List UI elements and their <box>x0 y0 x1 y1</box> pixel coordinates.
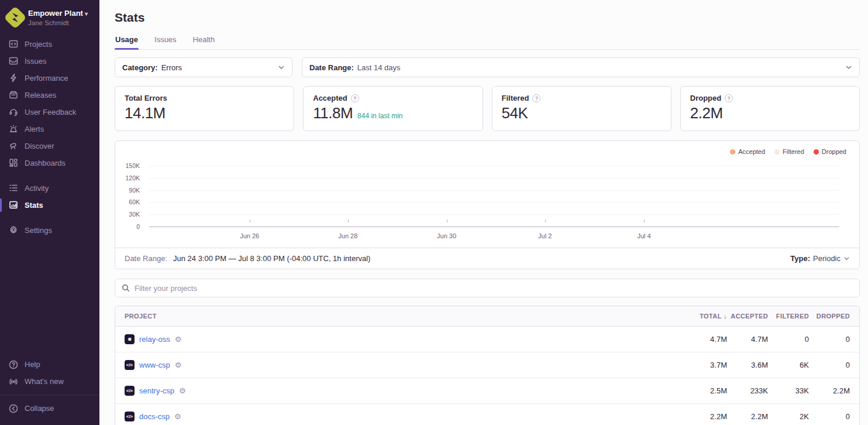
tab-issues[interactable]: Issues <box>154 35 177 49</box>
y-tick-label: 90K <box>129 187 140 194</box>
table-body: ⊛relay-oss⚙4.7M4.7M00</>www-csp⚙3.7M3.6M… <box>115 327 859 425</box>
help-circle-icon[interactable]: ? <box>725 94 733 102</box>
cell-dropped: 2.2M <box>809 386 850 395</box>
project-link[interactable]: www-csp <box>139 361 170 369</box>
x-tick-mark <box>447 220 447 222</box>
date-range-value: Jun 24 3:00 PM — Jul 8 3:00 PM (-04:00 U… <box>173 254 370 263</box>
activity-icon <box>8 183 18 193</box>
collapse-icon <box>8 403 18 413</box>
help-circle-icon[interactable]: ? <box>532 94 540 102</box>
search-input[interactable] <box>135 284 853 293</box>
legend-item-dropped[interactable]: Dropped <box>814 148 846 155</box>
cell-accepted: 3.6M <box>727 361 768 369</box>
project-filter-searchbox[interactable] <box>115 279 860 297</box>
projects-icon <box>8 39 18 49</box>
sidebar-item-label: Projects <box>25 40 52 49</box>
cell-total: 4.7M <box>686 335 727 344</box>
org-switcher[interactable]: Empower Plant▾ Jane Schmidt <box>0 7 99 36</box>
stat-card-filtered: Filtered?54K <box>492 86 671 131</box>
sidebar-item-label: What's new <box>25 377 64 386</box>
table-row: ⊛relay-oss⚙4.7M4.7M00 <box>115 327 859 352</box>
stat-cards: Total Errors14.1MAccepted?11.8M844 in la… <box>115 86 860 131</box>
category-select[interactable]: Category: Errors <box>115 57 292 77</box>
x-tick-label: Jun 30 <box>437 232 456 239</box>
x-axis-labels: Jun 26Jun 28Jun 30Jul 2Jul 4 <box>149 232 839 241</box>
y-axis-labels: 030K60K90K120K150K <box>115 166 144 227</box>
column-header-total[interactable]: TOTAL ↓ <box>686 313 727 320</box>
cell-accepted: 2.2M <box>727 412 768 421</box>
sidebar-item-dashboards[interactable]: Dashboards <box>0 155 99 172</box>
x-tick-mark <box>348 220 349 222</box>
column-header-dropped[interactable]: DROPPED <box>809 313 850 320</box>
sidebar-item-alerts[interactable]: Alerts <box>0 121 99 138</box>
x-tick-mark <box>545 220 546 222</box>
cell-dropped: 0 <box>809 412 850 421</box>
sidebar-item-projects[interactable]: Projects <box>0 36 99 53</box>
sidebar-item-help[interactable]: Help <box>0 356 99 373</box>
project-settings-gear-icon[interactable]: ⚙ <box>175 335 182 344</box>
sidebar-item-performance[interactable]: Performance <box>0 70 99 87</box>
stat-card-label: Dropped <box>690 94 721 102</box>
chart-footer: Date Range: Jun 24 3:00 PM — Jul 8 3:00 … <box>115 248 859 269</box>
org-logo-icon <box>4 6 27 29</box>
x-tick-label: Jun 28 <box>338 232 357 239</box>
platform-csp-icon: </> <box>125 360 135 370</box>
legend-label: Dropped <box>822 148 846 155</box>
user-feedback-icon <box>8 107 18 117</box>
y-tick-label: 120K <box>125 174 140 181</box>
legend-dot <box>730 149 735 155</box>
sidebar-item-activity[interactable]: Activity <box>0 180 99 197</box>
app-root: Empower Plant▾ Jane Schmidt ProjectsIssu… <box>0 0 868 425</box>
releases-icon <box>8 90 18 100</box>
cell-accepted: 4.7M <box>727 335 768 344</box>
sidebar-item-label: Discover <box>25 142 54 150</box>
sidebar-item-stats[interactable]: Stats <box>0 197 99 214</box>
chevron-down-icon: ▾ <box>85 11 88 17</box>
type-select[interactable]: Type: Periodic <box>790 254 850 263</box>
org-name: Empower Plant▾ <box>28 9 88 18</box>
sidebar-item-issues[interactable]: Issues <box>0 53 99 70</box>
tab-usage[interactable]: Usage <box>115 35 139 49</box>
cell-total: 3.7M <box>686 361 727 369</box>
legend-item-accepted[interactable]: Accepted <box>730 148 765 155</box>
sidebar-item-user-feedback[interactable]: User Feedback <box>0 104 99 121</box>
legend-item-filtered[interactable]: Filtered <box>774 148 804 155</box>
sidebar-item-settings[interactable]: Settings <box>0 222 99 239</box>
column-header-project[interactable]: PROJECT <box>125 313 686 320</box>
help-circle-icon[interactable]: ? <box>351 94 359 102</box>
column-header-accepted[interactable]: ACCEPTED <box>727 313 768 320</box>
project-link[interactable]: docs-csp <box>139 412 170 421</box>
discover-icon <box>8 141 18 151</box>
date-range-select[interactable]: Date Range: Last 14 days <box>302 57 860 77</box>
tab-bar: UsageIssuesHealth <box>115 35 860 50</box>
chevron-down-icon <box>845 64 852 71</box>
platform-csp-icon: </> <box>125 412 135 421</box>
table-row: </>sentry-csp⚙2.5M233K33K2.2M <box>115 378 859 404</box>
legend-label: Filtered <box>783 148 804 155</box>
bar-series <box>149 166 839 227</box>
sidebar-item-collapse[interactable]: Collapse <box>0 400 99 417</box>
usage-chart: AcceptedFilteredDropped 030K60K90K120K15… <box>115 141 859 248</box>
y-tick-label: 60K <box>129 198 140 205</box>
chevron-down-icon <box>278 64 285 71</box>
cell-filtered: 2K <box>768 412 809 421</box>
settings-icon <box>8 225 18 235</box>
x-tick-label: Jul 2 <box>538 232 552 239</box>
column-header-filtered[interactable]: FILTERED <box>768 313 809 320</box>
search-icon <box>122 284 130 292</box>
tab-health[interactable]: Health <box>192 35 216 49</box>
x-tick-label: Jun 26 <box>240 232 259 239</box>
project-settings-gear-icon[interactable]: ⚙ <box>179 386 186 395</box>
project-link[interactable]: sentry-csp <box>139 386 174 395</box>
project-link[interactable]: relay-oss <box>139 335 170 344</box>
project-settings-gear-icon[interactable]: ⚙ <box>174 412 181 421</box>
project-settings-gear-icon[interactable]: ⚙ <box>175 361 182 369</box>
sidebar-item-releases[interactable]: Releases <box>0 87 99 104</box>
x-axis-line <box>149 227 839 227</box>
sidebar-item-what-s-new[interactable]: What's new <box>0 373 99 390</box>
x-tick-mark <box>644 220 645 222</box>
sidebar-item-discover[interactable]: Discover <box>0 138 99 155</box>
chevron-down-icon <box>843 255 850 262</box>
sidebar-item-label: Alerts <box>25 125 44 133</box>
y-tick-label: 0 <box>136 223 140 230</box>
